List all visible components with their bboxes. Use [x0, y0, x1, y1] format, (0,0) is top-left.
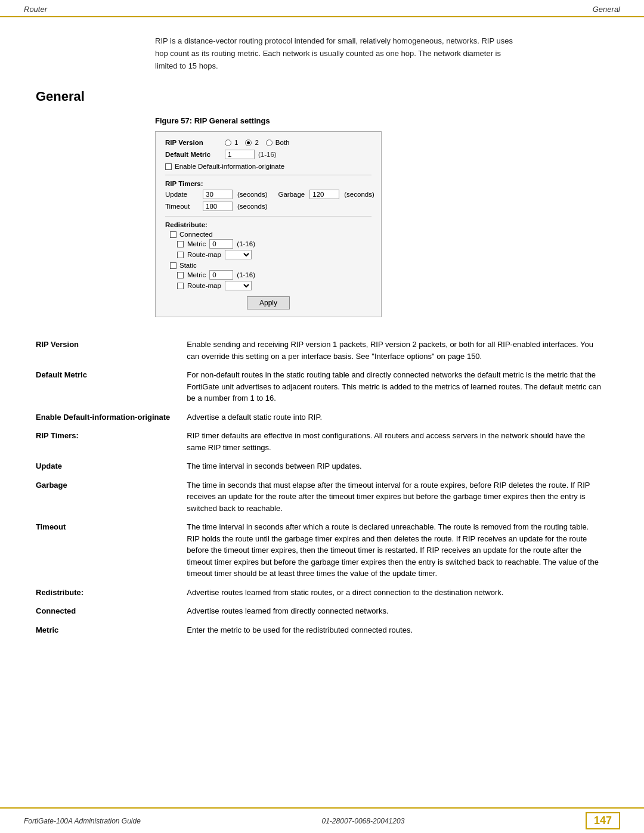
- connected-row: Connected: [170, 231, 371, 238]
- timeout-unit: (seconds): [237, 203, 268, 210]
- def-cell: Advertise routes learned from static rou…: [182, 583, 608, 602]
- default-metric-label: Default Metric: [165, 151, 225, 158]
- table-row: Enable Default-information-originateAdve…: [36, 408, 608, 427]
- connected-metric-range: (1-16): [237, 240, 255, 247]
- term-cell: Garbage: [36, 476, 182, 518]
- rip-version-options: 1 2 Both: [225, 139, 289, 146]
- page-number: 147: [586, 812, 620, 829]
- version-2-radio[interactable]: [245, 140, 252, 146]
- divider-1: [165, 175, 371, 175]
- footer-center: 01-28007-0068-20041203: [322, 817, 405, 825]
- rip-version-label: RIP Version: [165, 139, 225, 146]
- main-content: RIP is a distance-vector routing protoco…: [0, 17, 644, 657]
- static-routemap-checkbox[interactable]: [177, 283, 184, 289]
- table-row: ConnectedAdvertise routes learned from d…: [36, 602, 608, 621]
- apply-button[interactable]: Apply: [247, 296, 290, 309]
- static-routemap-label: Route-map: [187, 282, 221, 289]
- update-label: Update: [165, 191, 198, 198]
- version-both-option[interactable]: Both: [266, 139, 290, 146]
- table-row: Default MetricFor non-default routes in …: [36, 366, 608, 408]
- term-cell: Redistribute:: [36, 583, 182, 602]
- term-cell: RIP Version: [36, 335, 182, 366]
- table-row: UpdateThe time interval in seconds betwe…: [36, 457, 608, 476]
- def-cell: For non-default routes in the static rou…: [182, 366, 608, 408]
- connected-metric-row: Metric (1-16): [177, 239, 371, 249]
- apply-row: Apply: [165, 296, 371, 309]
- redistribute-label: Redistribute:: [165, 221, 371, 228]
- def-cell: Advertise a default static route into RI…: [182, 408, 608, 427]
- static-metric-row: Metric (1-16): [177, 270, 371, 280]
- term-cell: RIP Timers:: [36, 426, 182, 457]
- version-both-radio[interactable]: [266, 140, 273, 146]
- term-cell: Enable Default-information-originate: [36, 408, 182, 427]
- table-row: Redistribute:Advertise routes learned fr…: [36, 583, 608, 602]
- def-cell: Enable sending and receiving RIP version…: [182, 335, 608, 366]
- figure-caption: Figure 57: RIP General settings: [155, 116, 608, 125]
- def-cell: The time interval in seconds between RIP…: [182, 457, 608, 476]
- garbage-label: Garbage: [278, 191, 305, 198]
- header-left: Router: [24, 5, 47, 14]
- def-cell: Advertise routes learned from directly c…: [182, 602, 608, 621]
- static-metric-range: (1-16): [237, 271, 255, 278]
- update-row: Update (seconds) Garbage (seconds): [165, 190, 371, 199]
- garbage-input[interactable]: [309, 190, 339, 199]
- def-cell: The time in seconds that must elapse aft…: [182, 476, 608, 518]
- intro-text: RIP is a distance-vector routing protoco…: [155, 35, 513, 72]
- connected-metric-label: Metric: [187, 240, 206, 247]
- redistribute-section: Redistribute: Connected Metric (1-16) Ro…: [165, 221, 371, 290]
- update-input[interactable]: [203, 190, 233, 199]
- static-routemap-row: Route-map: [177, 281, 371, 290]
- term-cell: Update: [36, 457, 182, 476]
- enable-default-label: Enable Default-information-originate: [175, 163, 284, 170]
- def-cell: Enter the metric to be used for the redi…: [182, 621, 608, 640]
- footer-left: FortiGate-100A Administration Guide: [24, 817, 141, 825]
- timeout-input[interactable]: [203, 202, 233, 211]
- default-metric-row: Default Metric (1-16): [165, 150, 371, 159]
- section-title: General: [36, 89, 608, 104]
- connected-label: Connected: [179, 231, 213, 238]
- table-row: GarbageThe time in seconds that must ela…: [36, 476, 608, 518]
- def-cell: The time interval in seconds after which…: [182, 518, 608, 583]
- rip-settings-box: RIP Version 1 2 Both Default Metric: [155, 131, 382, 317]
- timeout-row: Timeout (seconds): [165, 202, 371, 211]
- enable-default-checkbox[interactable]: [165, 163, 172, 170]
- term-cell: Default Metric: [36, 366, 182, 408]
- enable-default-row: Enable Default-information-originate: [165, 163, 371, 170]
- table-row: RIP Timers:RIP timer defaults are effect…: [36, 426, 608, 457]
- static-checkbox[interactable]: [170, 262, 177, 269]
- static-label: Static: [179, 262, 197, 269]
- update-unit: (seconds): [237, 191, 268, 198]
- static-metric-checkbox[interactable]: [177, 272, 184, 278]
- divider-2: [165, 216, 371, 216]
- rip-timers-label: RIP Timers:: [165, 180, 371, 187]
- table-row: TimeoutThe time interval in seconds afte…: [36, 518, 608, 583]
- timeout-label: Timeout: [165, 203, 198, 210]
- table-row: RIP VersionEnable sending and receiving …: [36, 335, 608, 366]
- version-1-radio[interactable]: [225, 140, 231, 146]
- page-header: Router General: [0, 0, 644, 17]
- connected-metric-input[interactable]: [209, 239, 233, 249]
- connected-routemap-row: Route-map: [177, 250, 371, 259]
- connected-metric-checkbox[interactable]: [177, 241, 184, 247]
- connected-checkbox[interactable]: [170, 231, 177, 238]
- page-footer: FortiGate-100A Administration Guide 01-2…: [0, 807, 644, 833]
- garbage-unit: (seconds): [344, 191, 374, 198]
- connected-routemap-select[interactable]: [225, 250, 252, 259]
- description-table: RIP VersionEnable sending and receiving …: [36, 335, 608, 639]
- default-metric-range: (1-16): [258, 151, 277, 158]
- term-cell: Metric: [36, 621, 182, 640]
- header-right: General: [593, 5, 620, 14]
- static-metric-input[interactable]: [209, 270, 233, 280]
- def-cell: RIP timer defaults are effective in most…: [182, 426, 608, 457]
- table-row: MetricEnter the metric to be used for th…: [36, 621, 608, 640]
- version-1-option[interactable]: 1: [225, 139, 238, 146]
- static-metric-label: Metric: [187, 271, 206, 278]
- term-cell: Connected: [36, 602, 182, 621]
- rip-version-row: RIP Version 1 2 Both: [165, 139, 371, 146]
- default-metric-input[interactable]: [225, 150, 255, 159]
- static-routemap-select[interactable]: [225, 281, 252, 290]
- connected-routemap-label: Route-map: [187, 251, 221, 258]
- connected-routemap-checkbox[interactable]: [177, 252, 184, 258]
- static-row: Static: [170, 262, 371, 269]
- version-2-option[interactable]: 2: [245, 139, 258, 146]
